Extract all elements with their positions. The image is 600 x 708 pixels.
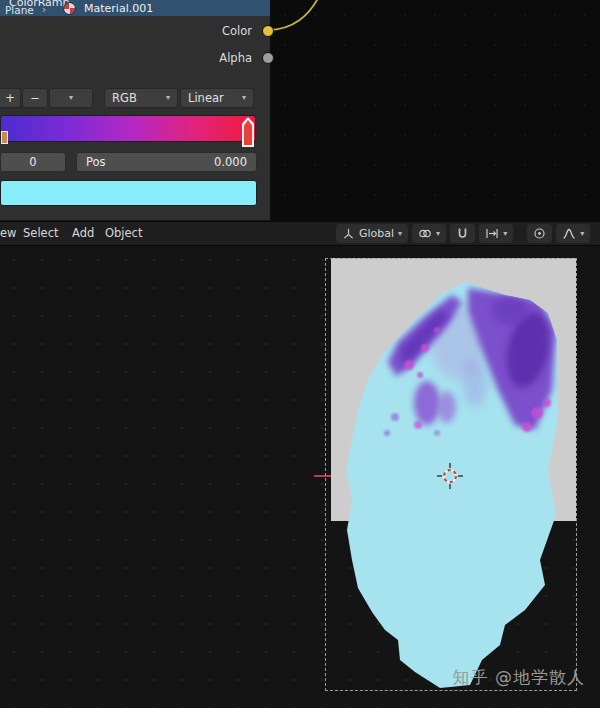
chevron-down-icon: ▾ — [242, 94, 246, 102]
chevron-down-icon: ▾ — [398, 230, 402, 238]
ramp-specials-dropdown[interactable]: ▾ — [49, 88, 93, 108]
blender-window: ColorRamp Plane › Material.001 Color Alp… — [0, 0, 600, 708]
proportional-falloff-dropdown[interactable]: ▾ — [556, 224, 590, 243]
material-sphere-icon — [63, 2, 76, 15]
stop-color-swatch[interactable] — [0, 180, 257, 206]
menu-select[interactable]: Select — [23, 222, 58, 245]
interpolation-label: Linear — [188, 91, 224, 105]
breadcrumb-separator-icon: › — [42, 3, 46, 15]
menu-view[interactable]: ew — [0, 222, 16, 245]
cursor-3d[interactable] — [436, 462, 464, 490]
output-label-alpha: Alpha — [219, 51, 252, 65]
color-mode-label: RGB — [112, 91, 137, 105]
chevron-down-icon: ▾ — [69, 94, 73, 102]
viewport-3d[interactable]: 知乎 @地学散人 — [0, 246, 600, 708]
pivot-circles-icon — [418, 227, 432, 240]
add-stop-button[interactable]: + — [0, 88, 21, 108]
orientation-axes-icon — [342, 227, 355, 240]
ramp-stop-left-handle[interactable] — [1, 131, 8, 144]
chevron-down-icon: ▾ — [580, 230, 584, 238]
proportional-editing-toggle[interactable] — [527, 224, 552, 243]
shader-editor-backdrop[interactable]: ColorRamp Plane › Material.001 Color Alp… — [0, 0, 600, 222]
pivot-point-dropdown[interactable]: ▾ — [412, 224, 446, 243]
color-ramp-gradient[interactable] — [0, 115, 256, 142]
chevron-down-icon: ▾ — [166, 94, 170, 102]
pos-value: 0.000 — [214, 153, 247, 171]
watermark-text: 知乎 @地学散人 — [453, 666, 585, 689]
snap-target-icon — [485, 227, 499, 240]
menu-object[interactable]: Object — [105, 222, 142, 245]
viewport-toolbar: Global ▾ ▾ — [336, 224, 590, 243]
chevron-down-icon: ▾ — [503, 230, 507, 238]
output-label-color: Color — [222, 24, 252, 38]
alpha-output-socket[interactable] — [262, 52, 274, 64]
breadcrumb-object[interactable]: Plane — [5, 4, 34, 16]
stop-position-slider[interactable]: Pos 0.000 — [76, 152, 257, 172]
color-mode-dropdown[interactable]: RGB ▾ — [104, 88, 178, 108]
menu-add[interactable]: Add — [72, 222, 94, 245]
color-output-socket[interactable] — [262, 25, 274, 37]
breadcrumb-material[interactable]: Material.001 — [84, 2, 153, 15]
ramp-stop-right-fill — [244, 120, 252, 145]
interpolation-dropdown[interactable]: Linear ▾ — [180, 88, 254, 108]
remove-stop-button[interactable]: − — [22, 88, 48, 108]
magnet-icon — [456, 227, 469, 240]
material-breadcrumb-bar: ColorRamp Plane › Material.001 — [0, 0, 270, 16]
minus-icon: − — [30, 91, 40, 105]
viewport-header: ew Select Add Object Global ▾ — [0, 222, 600, 246]
plus-icon: + — [5, 91, 15, 105]
colorramp-node[interactable]: ColorRamp Plane › Material.001 Color Alp… — [0, 0, 270, 221]
proportional-circle-icon — [533, 227, 546, 240]
snap-with-dropdown[interactable]: ▾ — [479, 224, 513, 243]
snap-toggle-button[interactable] — [450, 224, 475, 243]
transform-orientation-dropdown[interactable]: Global ▾ — [336, 224, 408, 243]
stop-index-field[interactable]: 0 — [0, 152, 66, 172]
stop-index-value: 0 — [29, 155, 36, 169]
falloff-curve-icon — [562, 227, 576, 240]
ramp-stop-right-handle[interactable] — [242, 117, 254, 147]
orientation-label: Global — [359, 227, 394, 240]
chevron-down-icon: ▾ — [436, 230, 440, 238]
pos-label: Pos — [86, 153, 106, 171]
